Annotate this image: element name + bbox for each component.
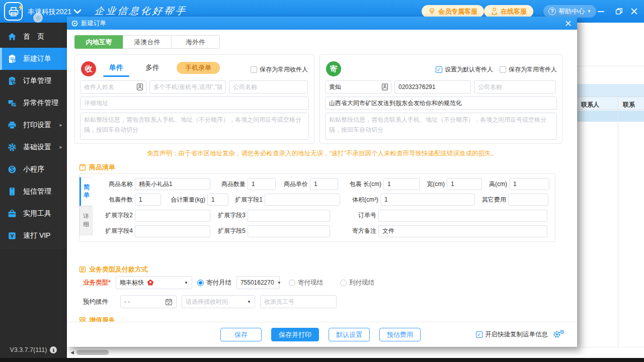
pickup-date-picker[interactable]: - -	[120, 295, 177, 308]
help-center-button[interactable]: ? 帮助中心 ▼	[543, 5, 596, 18]
chevron-down-icon[interactable]	[73, 8, 82, 13]
column-header-contact: 联系人	[581, 101, 599, 109]
tab-multi-item[interactable]: 多件	[145, 63, 159, 77]
horizontal-scrollbar[interactable]: ◀	[67, 347, 644, 358]
goods-order-no-input[interactable]	[378, 210, 547, 222]
checkbox-icon	[251, 66, 257, 73]
app-window: 丰速科技2021 企业信息化好帮手 会员专属客服 在线客服 ? 帮助中心 ▼	[0, 0, 644, 362]
goods-price-input[interactable]	[310, 178, 338, 190]
tab-detail-view[interactable]: 详细	[79, 206, 93, 235]
dialog-title: 新建订单	[81, 19, 106, 28]
pay-arrival-cash-radio[interactable]: 到付现结	[340, 279, 374, 287]
clipboard-check-icon	[8, 76, 17, 85]
recipient-company-input[interactable]	[229, 80, 308, 94]
sidebar-item-tools[interactable]: 实用工具	[0, 203, 67, 225]
save-common-sender-checkbox[interactable]: 保存为常用寄件人	[500, 65, 557, 74]
sidebar-item-order-management[interactable]: 订单管理	[0, 70, 67, 92]
sidebar-item-exception-management[interactable]: 异常件管理	[0, 92, 67, 114]
scrollbar-thumb[interactable]	[76, 350, 109, 355]
settings-gears-icon[interactable]	[553, 329, 565, 340]
save-button[interactable]: 保存	[220, 328, 262, 341]
mobile-entry-button[interactable]: 手机录单	[177, 62, 220, 74]
goods-ext5-input[interactable]	[248, 225, 330, 237]
save-and-print-button[interactable]: 保存并打印	[271, 328, 319, 341]
recipient-paste-textarea[interactable]	[80, 113, 309, 140]
goods-length-input[interactable]	[383, 178, 420, 190]
dialog-titlebar: 新建订单	[67, 17, 577, 30]
checkbox-checked-icon	[476, 331, 482, 338]
recipient-address-input[interactable]	[80, 97, 309, 110]
business-type-select[interactable]: 顺丰标快 ▼	[116, 276, 192, 289]
gear-icon	[8, 143, 17, 152]
goods-qty-input[interactable]	[248, 178, 276, 190]
tab-simple-view[interactable]: 简单	[79, 177, 93, 206]
recipient-badge: 收	[81, 61, 96, 76]
sender-company-input[interactable]	[474, 80, 556, 94]
goods-volume-input[interactable]	[380, 194, 475, 206]
document-icon	[79, 266, 86, 273]
addon-icon	[79, 317, 86, 322]
app-slogan: 企业信息化好帮手	[94, 5, 188, 18]
minimize-button[interactable]	[596, 7, 606, 16]
close-window-button[interactable]	[629, 7, 639, 16]
sidebar: 首 页 新建订单 订单管理 异常件管理 打印设置 ▸ 基础设置	[0, 23, 67, 358]
vip-service-button[interactable]: 会员专属客服	[422, 5, 484, 18]
sender-phone-input[interactable]	[394, 80, 471, 94]
online-service-button[interactable]: 在线客服	[484, 5, 533, 18]
boxes-warning-icon	[8, 99, 17, 108]
home-icon	[8, 32, 17, 41]
caret-down-icon: ▼	[277, 281, 281, 285]
quick-copy-checkbox[interactable]: 开启快捷复制运单信息	[476, 330, 548, 339]
pay-monthly-radio[interactable]: 寄付月结	[197, 279, 231, 287]
pickup-time-select[interactable]: 请选择揽收时间 ▼	[182, 295, 255, 308]
goods-ext1-input[interactable]	[265, 194, 340, 206]
address-book-icon[interactable]	[381, 83, 389, 91]
set-default-sender-checkbox[interactable]: 设置为默认寄件人	[436, 65, 493, 74]
goods-row-4: 扩展字段4 扩展字段5 寄方备注	[97, 225, 551, 238]
goods-width-input[interactable]	[447, 178, 482, 190]
goods-name-input[interactable]	[135, 178, 210, 190]
estimate-fee-button[interactable]: 预估费用	[379, 328, 421, 341]
scroll-left-icon[interactable]: ◀	[70, 350, 74, 355]
sender-paste-textarea[interactable]	[325, 113, 557, 140]
pay-sender-cash-radio[interactable]: 寄付现结	[289, 279, 323, 287]
addon-section-header: 增值服务	[79, 316, 115, 322]
goods-height-input[interactable]	[509, 178, 549, 190]
goods-ext4-input[interactable]	[135, 225, 210, 237]
tab-overseas[interactable]: 海外件	[171, 35, 220, 49]
sidebar-item-home[interactable]: 首 页	[0, 26, 67, 48]
question-icon: ?	[548, 8, 556, 15]
goods-weight-input[interactable]	[207, 194, 228, 206]
default-settings-button[interactable]: 默认设置	[329, 328, 370, 341]
sidebar-item-print-settings[interactable]: 打印设置 ▸	[0, 114, 67, 136]
assistant-bubble-icon[interactable]	[33, 13, 43, 23]
sidebar-item-mini-program[interactable]: 小程序	[0, 158, 67, 180]
tab-hk-macau-taiwan[interactable]: 港澳台件	[123, 35, 172, 49]
goods-other-fee-input[interactable]	[508, 194, 548, 206]
save-common-recipient-checkbox[interactable]: 保存为常用收件人	[251, 65, 308, 74]
sidebar-item-basic-settings[interactable]: 基础设置 ▸	[0, 136, 67, 158]
sender-address-input[interactable]	[325, 97, 557, 110]
dialog-footer: 保存 保存并打印 默认设置 预估费用 开启快捷复制运单信息	[67, 322, 577, 347]
goods-row-3: 扩展字段2 扩展字段3 订单号	[97, 209, 551, 222]
close-icon[interactable]	[564, 19, 573, 28]
tab-domestic[interactable]: 内地互寄	[74, 35, 123, 49]
goods-ext3-input[interactable]	[248, 210, 330, 222]
courier-id-input[interactable]	[260, 295, 337, 308]
sender-badge: 寄	[326, 61, 341, 76]
restore-window-button[interactable]	[614, 7, 624, 16]
sidebar-item-sudavip[interactable]: 速打 VIP	[0, 225, 67, 247]
radio-selected-icon	[197, 280, 204, 286]
sf-express-badge-icon	[147, 279, 154, 286]
goods-sender-remark-input[interactable]	[378, 225, 547, 237]
goods-ext2-input[interactable]	[135, 210, 210, 222]
monthly-account-select[interactable]: 7550162270 ▼	[236, 276, 280, 289]
sidebar-item-new-order[interactable]: 新建订单	[0, 48, 67, 70]
info-icon[interactable]: i	[50, 346, 57, 353]
caret-down-icon: ▼	[587, 10, 591, 14]
tab-single-item[interactable]: 单件	[109, 63, 123, 77]
recipient-phone-input[interactable]	[149, 80, 226, 94]
goods-pkg-count-input[interactable]	[135, 194, 161, 206]
sidebar-item-sms-management[interactable]: 短信管理	[0, 180, 67, 203]
address-book-icon[interactable]	[136, 83, 144, 91]
